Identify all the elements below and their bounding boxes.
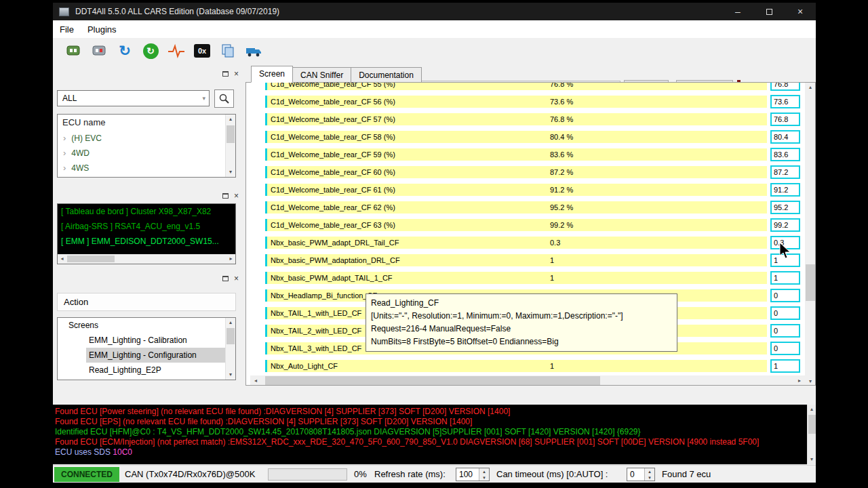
value-input[interactable]: 83.6 xyxy=(770,148,800,161)
table-row: C1d_Welcome_table_rear_CF 58 (%)80.4 % xyxy=(265,131,767,143)
refresh-rate-spinner[interactable]: 100 ▴▾ xyxy=(456,468,490,481)
ecu-file-item[interactable]: [ EMM ] EMM_EDISON_DDT2000_SW15... xyxy=(58,234,235,249)
table-row: Nbx_basic_PWM_adaptation_DRL_CF1 xyxy=(265,254,767,266)
scrollbar-thumb[interactable] xyxy=(226,328,235,344)
ecu-tree-item[interactable]: ›(H) EVC xyxy=(58,131,235,146)
scroll-right-icon[interactable]: ▸ xyxy=(794,375,805,386)
ecu-file-item[interactable]: [ Airbag-SRS ] RSAT4_ACU_eng_v1.5 xyxy=(58,219,235,234)
chevron-right-icon[interactable]: › xyxy=(63,133,66,143)
scroll-down-icon[interactable]: ▾ xyxy=(226,167,235,177)
row-label: Nbx_TAIL_1_with_LED_CF xyxy=(271,307,361,319)
row-label: C1d_Welcome_table_rear_CF 55 (%) xyxy=(271,82,395,90)
tooltip-line: NumBits=8 FirstByte=5 BitOffset=0 Endian… xyxy=(371,336,672,348)
scrollbar[interactable]: ◂ ▸ xyxy=(58,254,235,264)
log-text: 10C0 xyxy=(113,447,132,457)
value-input[interactable]: 1 xyxy=(770,271,800,285)
spinner-buttons: ▴▾ xyxy=(479,468,489,481)
tab-documentation[interactable]: Documentation xyxy=(351,67,422,83)
close-panel-icon[interactable]: × xyxy=(234,275,239,282)
value-input[interactable]: 87.2 xyxy=(770,165,800,179)
scrollbar[interactable]: ▴ ▾ xyxy=(225,318,235,380)
scroll-up-icon[interactable]: ▴ xyxy=(226,115,235,124)
menu-file[interactable]: File xyxy=(53,24,81,35)
scroll-down-icon[interactable]: ▾ xyxy=(226,370,235,380)
spin-down-icon[interactable]: ▾ xyxy=(645,474,654,481)
can-info-label: CAN (Tx0x74D/Rx0x76D)@500K xyxy=(125,466,255,483)
row-label: Nbx_basic_PWM_adapt_DRL_Tail_CF xyxy=(271,237,399,249)
refresh-icon[interactable]: ↻ xyxy=(115,41,134,60)
screen-item[interactable]: Read_Lighting_E2P xyxy=(86,363,235,378)
scroll-up-icon[interactable]: ▴ xyxy=(805,83,816,92)
spin-up-icon[interactable]: ▴ xyxy=(479,468,489,474)
tab-screen[interactable]: Screen xyxy=(251,66,293,83)
search-button[interactable] xyxy=(214,89,234,108)
scrollbar[interactable]: ▴ ▾ xyxy=(807,405,816,464)
can-timeout-spinner[interactable]: 0 ▴▾ xyxy=(627,468,655,481)
value-input[interactable]: 0 xyxy=(770,289,800,302)
value-input[interactable]: 0 xyxy=(770,306,800,320)
value-input[interactable]: 0 xyxy=(770,324,800,338)
value-input[interactable]: 91.2 xyxy=(770,183,800,197)
row-value: 80.4 % xyxy=(550,131,573,143)
row-value: 83.6 % xyxy=(550,148,573,161)
scrollbar-thumb[interactable] xyxy=(808,415,816,434)
row-value: 1 xyxy=(550,360,554,372)
scroll-down-icon[interactable]: ▾ xyxy=(805,377,816,386)
value-input[interactable]: 0 xyxy=(770,342,800,355)
float-panel-icon[interactable] xyxy=(222,276,229,281)
scroll-up-icon[interactable]: ▴ xyxy=(226,318,235,327)
maximize-button[interactable] xyxy=(753,3,785,20)
value-input[interactable]: 95.2 xyxy=(770,201,800,214)
table-row: C1d_Welcome_table_rear_CF 55 (%)76.8 % xyxy=(265,82,767,90)
vehicle-icon[interactable] xyxy=(244,41,263,60)
value-input[interactable]: 99.2 xyxy=(770,218,800,232)
horizontal-scrollbar[interactable]: ◂ ▸ xyxy=(250,375,805,386)
ecu-filter-select[interactable]: ALL ▾ xyxy=(57,90,210,106)
chevron-right-icon[interactable]: › xyxy=(63,163,66,173)
close-panel-icon[interactable]: × xyxy=(234,192,239,199)
screen-item[interactable]: EMM_Lighting - Calibration xyxy=(86,333,235,348)
spin-up-icon[interactable]: ▴ xyxy=(645,468,654,474)
table-row: C1d_Welcome_table_rear_CF 61 (%)91.2 % xyxy=(265,184,767,196)
scroll-right-icon[interactable]: ▸ xyxy=(226,254,235,264)
value-input[interactable]: 76.8 xyxy=(770,113,800,126)
reload-database-icon[interactable]: ↻ xyxy=(141,41,160,60)
float-panel-icon[interactable] xyxy=(222,193,229,199)
scroll-down-icon[interactable]: ▾ xyxy=(808,455,816,464)
screens-root[interactable]: Screens xyxy=(58,318,235,333)
menu-plugins[interactable]: Plugins xyxy=(81,24,123,35)
close-button[interactable]: × xyxy=(785,3,816,20)
value-input[interactable]: 1 xyxy=(770,359,800,373)
ecu-tree-item[interactable]: ›4WS xyxy=(58,161,235,176)
tab-can-sniffer[interactable]: CAN Sniffer xyxy=(293,67,351,83)
close-panel-icon[interactable]: × xyxy=(234,70,239,77)
scrollbar-thumb[interactable] xyxy=(226,125,235,143)
chevron-right-icon[interactable]: › xyxy=(63,148,66,158)
scrollbar[interactable]: ▴ ▾ xyxy=(225,115,235,177)
value-input[interactable]: 76.8 xyxy=(770,82,800,91)
scroll-up-icon[interactable]: ▴ xyxy=(808,405,816,414)
scrollbar-thumb[interactable] xyxy=(806,264,815,301)
obd-connector-icon[interactable] xyxy=(64,41,83,60)
scroll-left-icon[interactable]: ◂ xyxy=(58,254,66,264)
ecu-file-list: [ Tableau de bord ] Cluster X98_X87_X82[… xyxy=(57,203,236,264)
vertical-scrollbar[interactable]: ▴ ▾ xyxy=(805,83,816,386)
minimize-button[interactable]: – xyxy=(722,3,753,20)
ecu-connector-icon[interactable] xyxy=(90,41,108,60)
ecu-tree-item[interactable]: ›4WD xyxy=(58,146,235,161)
scroll-left-icon[interactable]: ◂ xyxy=(250,375,261,386)
table-row: C1d_Welcome_table_rear_CF 57 (%)76.8 % xyxy=(265,113,767,125)
screen-item[interactable]: EMM_Lighting - Configuration xyxy=(86,348,235,363)
statusbar: CONNECTED CAN (Tx0x74D/Rx0x76D)@500K 0% … xyxy=(53,465,816,483)
copy-screen-icon[interactable] xyxy=(218,41,237,60)
scrollbar-thumb[interactable] xyxy=(67,256,115,262)
value-input[interactable]: 80.4 xyxy=(770,130,800,144)
value-input[interactable]: 73.6 xyxy=(770,95,800,108)
scrollbar-thumb[interactable] xyxy=(265,376,600,386)
spin-down-icon[interactable]: ▾ xyxy=(479,474,489,481)
ecu-file-item[interactable]: [ Tableau de bord ] Cluster X98_X87_X82 xyxy=(58,204,235,219)
float-panel-icon[interactable] xyxy=(222,71,229,77)
hex-editor-icon[interactable]: 0x xyxy=(193,41,212,60)
table-row: C1d_Welcome_table_rear_CF 63 (%)99.2 % xyxy=(265,219,767,231)
signal-monitor-icon[interactable] xyxy=(167,41,186,60)
